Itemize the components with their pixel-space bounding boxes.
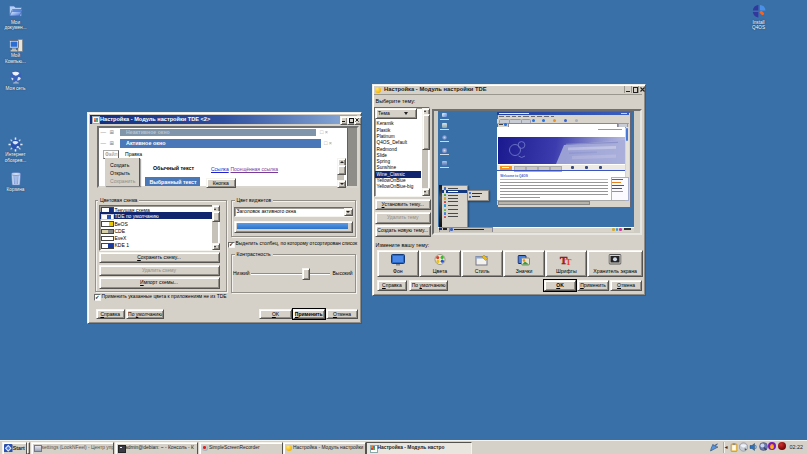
svg-text:T: T	[566, 257, 572, 266]
